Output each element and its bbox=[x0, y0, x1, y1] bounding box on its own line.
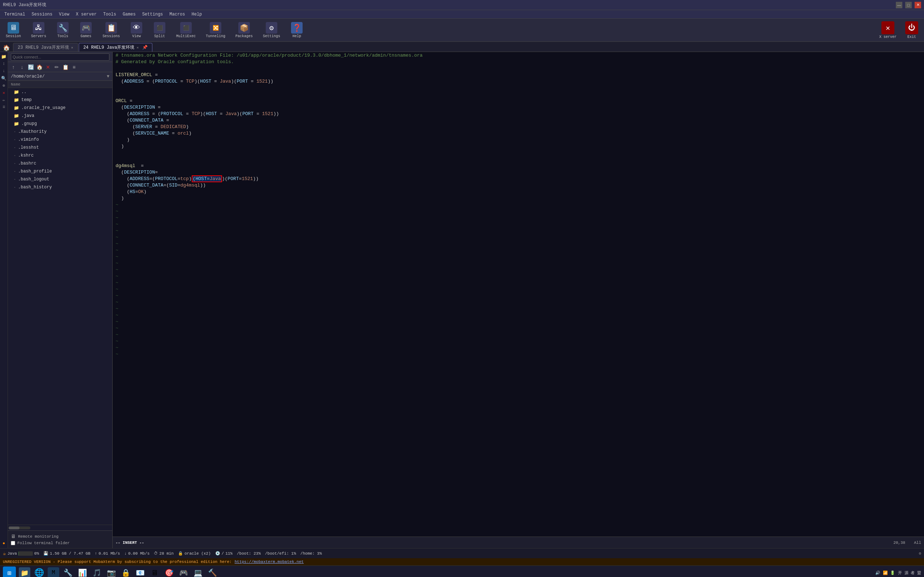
sidebar-btn-5[interactable]: ✕ bbox=[44, 63, 52, 71]
tab-session-23[interactable]: 23 RHEL9 Java开发环境 ✕ bbox=[13, 43, 78, 52]
file-item-xauthority[interactable]: · .Xauthority bbox=[8, 128, 112, 136]
cpu-progress-fill bbox=[18, 551, 19, 556]
time-label: 28 min bbox=[159, 551, 174, 556]
tool-tools[interactable]: 🔧 Tools bbox=[53, 21, 72, 40]
code-tilde-7: ~ bbox=[113, 240, 924, 247]
editor-content[interactable]: # tnsnames.ora Network Configuration Fil… bbox=[113, 52, 924, 537]
sidebar-btn-1[interactable]: ↑ bbox=[10, 63, 17, 71]
left-icon-2[interactable]: ↕ bbox=[1, 61, 7, 67]
file-item-java[interactable]: 📁 .java bbox=[8, 112, 112, 120]
settings-icon-bt[interactable]: ⚙ bbox=[919, 551, 921, 556]
title-bar: RHEL9 Java开发环境 — □ ✕ bbox=[0, 0, 924, 10]
tab-24-close[interactable]: ✕ bbox=[136, 45, 139, 50]
follow-terminal-item[interactable]: Follow terminal folder bbox=[11, 541, 110, 545]
taskbar-icon-5[interactable]: 🎵 bbox=[91, 567, 103, 577]
menu-macros[interactable]: Macros bbox=[166, 11, 188, 18]
menu-terminal[interactable]: Terminal bbox=[2, 11, 28, 18]
window-controls[interactable]: — □ ✕ bbox=[896, 2, 921, 8]
menu-settings[interactable]: Settings bbox=[139, 11, 166, 18]
unregistered-link[interactable]: https://mobaxterm.mobatek.net bbox=[235, 560, 304, 564]
left-icon-5[interactable]: ⊕ bbox=[1, 82, 7, 89]
sidebar-btn-6[interactable]: ✏ bbox=[53, 63, 61, 71]
file-item-bash-logout[interactable]: · .bash_logout bbox=[8, 176, 112, 183]
quick-connect-input[interactable] bbox=[11, 53, 110, 61]
left-icon-7[interactable]: ✏ bbox=[1, 97, 7, 103]
left-icon-4[interactable]: 🔍 bbox=[1, 75, 7, 82]
tool-view[interactable]: 👁 View bbox=[127, 21, 146, 40]
taskbar-icon-6[interactable]: 📷 bbox=[105, 567, 117, 577]
left-icon-1[interactable]: 📁 bbox=[1, 53, 7, 60]
tab-session-24[interactable]: 24 RHEL9 Java开发环境 ✕ 📌 bbox=[79, 43, 153, 52]
file-item-bash-profile[interactable]: · .bash_profile bbox=[8, 168, 112, 176]
tool-help[interactable]: ❓ Help bbox=[288, 21, 306, 40]
taskbar-icon-9[interactable]: 🖥 bbox=[149, 567, 160, 577]
file-name: .bash_profile bbox=[18, 169, 52, 174]
file-item-bashrc[interactable]: · .bashrc bbox=[8, 160, 112, 168]
tool-sessions[interactable]: 📋 Sessions bbox=[100, 21, 123, 40]
file-item-kshrc[interactable]: · .kshrc bbox=[8, 152, 112, 160]
left-icon-3[interactable]: ↓ bbox=[1, 68, 7, 74]
file-item-viminfo[interactable]: · .viminfo bbox=[8, 136, 112, 143]
left-icon-6[interactable]: ✕ bbox=[1, 90, 7, 96]
tool-multiexec[interactable]: ⬛ MultiExec bbox=[173, 21, 199, 40]
menu-view[interactable]: View bbox=[56, 11, 72, 18]
tab-23-close[interactable]: ✕ bbox=[71, 45, 73, 50]
menu-xserver[interactable]: X server bbox=[73, 11, 100, 18]
tool-settings[interactable]: ⚙ Settings bbox=[260, 21, 283, 40]
tool-exit[interactable]: ⏻ Exit bbox=[902, 20, 921, 40]
left-icon-8[interactable]: ≡ bbox=[1, 104, 7, 110]
file-item-temp[interactable]: 📁 temp bbox=[8, 96, 112, 104]
sidebar-btn-2[interactable]: ↓ bbox=[18, 63, 26, 71]
tool-session[interactable]: 🖥 Session bbox=[3, 21, 24, 40]
remote-monitoring-item[interactable]: 🖥 Remote monitoring bbox=[11, 534, 110, 540]
tool-servers[interactable]: 🖧 Servers bbox=[28, 21, 49, 40]
tool-packages[interactable]: 📦 Packages bbox=[233, 21, 256, 40]
tool-tunneling[interactable]: 🔀 Tunneling bbox=[203, 21, 228, 40]
menu-sessions[interactable]: Sessions bbox=[29, 11, 56, 18]
close-button[interactable]: ✕ bbox=[914, 2, 921, 8]
taskbar-icon-3[interactable]: 🔧 bbox=[62, 567, 74, 577]
sidebar-btn-3[interactable]: 🔄 bbox=[27, 63, 35, 71]
tool-xserver[interactable]: ✕ X server bbox=[876, 20, 900, 40]
minimize-button[interactable]: — bbox=[896, 2, 902, 8]
start-button[interactable]: ⊞ bbox=[3, 567, 16, 577]
taskbar-icon-13[interactable]: 🔨 bbox=[207, 567, 218, 577]
menu-games[interactable]: Games bbox=[120, 11, 139, 18]
follow-terminal-checkbox[interactable] bbox=[11, 541, 15, 545]
file-item-oracle-jre[interactable]: 📁 .oracle_jre_usage bbox=[8, 104, 112, 112]
download-indicator: ↓ 0.00 Mb/s bbox=[124, 551, 150, 556]
taskbar-icon-8[interactable]: 📧 bbox=[134, 567, 146, 577]
path-dropdown-icon[interactable]: ▼ bbox=[107, 74, 110, 79]
taskbar-icon-mobaxterm[interactable]: M bbox=[48, 567, 59, 577]
taskbar-icon-10[interactable]: 🎯 bbox=[163, 567, 175, 577]
taskbar-icon-11[interactable]: 🎮 bbox=[178, 567, 189, 577]
h-scrollbar-thumb[interactable] bbox=[9, 527, 19, 529]
file-item-bash-history[interactable]: · .bash_history bbox=[8, 183, 112, 191]
file-item-dotdot[interactable]: 📁 .. bbox=[8, 88, 112, 96]
code-line-3 bbox=[113, 65, 924, 71]
menu-help[interactable]: Help bbox=[189, 11, 205, 18]
menu-tools[interactable]: Tools bbox=[100, 11, 119, 18]
editor-area[interactable]: # tnsnames.ora Network Configuration Fil… bbox=[113, 52, 924, 548]
home-indicator: /home: 3% bbox=[300, 551, 322, 556]
taskbar-icon-browser[interactable]: 🌐 bbox=[33, 567, 45, 577]
tab-home-icon[interactable]: 🏠 bbox=[3, 44, 10, 52]
sidebar-btn-4[interactable]: 🏠 bbox=[36, 63, 43, 71]
code-tilde-13: ~ bbox=[113, 279, 924, 286]
tab-pin-icon[interactable]: 📌 bbox=[142, 45, 148, 50]
tool-split[interactable]: ⬛ Split bbox=[150, 21, 169, 40]
taskbar-icon-7[interactable]: 🔒 bbox=[120, 567, 131, 577]
file-item-gnupg[interactable]: 📁 .gnupg bbox=[8, 120, 112, 128]
sidebar-btn-8[interactable]: ≡ bbox=[70, 63, 78, 71]
file-item-lesshst[interactable]: · .lesshst bbox=[8, 143, 112, 152]
taskbar-icon-12[interactable]: 💻 bbox=[192, 567, 204, 577]
taskbar-icon-file-manager[interactable]: 📁 bbox=[19, 567, 30, 577]
tool-games[interactable]: 🎮 Games bbox=[76, 21, 95, 40]
sidebar-btn-7[interactable]: 📋 bbox=[61, 63, 69, 71]
taskbar-right: 🔊 📶 🔋 开 源 者 盟 bbox=[875, 570, 921, 575]
taskbar-icon-4[interactable]: 📊 bbox=[76, 567, 88, 577]
upload-icon: ↑ bbox=[95, 551, 97, 556]
maximize-button[interactable]: □ bbox=[905, 2, 912, 8]
left-icon-active[interactable]: ● bbox=[1, 540, 7, 547]
code-tilde-8: ~ bbox=[113, 247, 924, 253]
